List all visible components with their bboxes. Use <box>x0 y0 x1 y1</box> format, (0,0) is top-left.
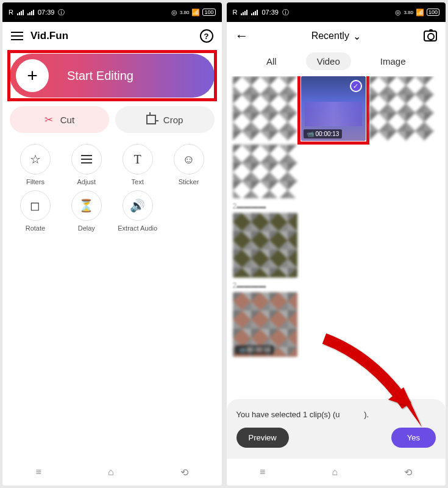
extract-audio-tool[interactable]: 🔊 Extract Audio <box>113 190 162 232</box>
folder-label: Recently <box>311 30 349 41</box>
smile-icon: ☺ <box>174 144 204 174</box>
recent-icon[interactable]: ≡ <box>36 467 41 478</box>
app-title: Vid.Fun <box>30 30 193 42</box>
start-editing-label: Start Editing <box>67 69 133 83</box>
sticker-tool[interactable]: ☺ Sticker <box>165 144 213 185</box>
speaker-icon: 🔊 <box>123 190 153 221</box>
status-bar: R 07:39 ⓘ ◎3.80📶 100 <box>2 2 222 22</box>
video-thumb[interactable] <box>233 213 297 278</box>
adjust-tool[interactable]: Adjust <box>62 144 111 185</box>
rotate-icon: ◻ <box>20 190 51 221</box>
video-thumb-selected[interactable]: ✓ 📹 00:00:13 <box>301 76 366 141</box>
status-time: 07:39 <box>38 9 55 16</box>
crop-label: Crop <box>163 115 183 125</box>
phone-left: R 07:39 ⓘ ◎3.80📶 100 Vid.Fun ? + Start E… <box>2 2 222 486</box>
recent-icon[interactable]: ≡ <box>260 467 265 478</box>
filters-tool[interactable]: ☆ Filters <box>11 144 60 185</box>
home-icon[interactable]: ⌂ <box>332 467 338 478</box>
camera-icon[interactable] <box>424 30 437 41</box>
check-icon: ✓ <box>350 80 362 92</box>
preview-button[interactable]: Preview <box>236 428 289 448</box>
cut-label: Cut <box>60 115 74 125</box>
start-editing-wrapper: + Start Editing <box>10 54 215 98</box>
home-icon[interactable]: ⌂ <box>108 467 114 478</box>
tool-grid: ☆ Filters Adjust T Text ☺ Sticker ◻ Rota… <box>2 133 222 243</box>
phone-right: R 07:39 ⓘ ◎3.80📶 100 ← Recently ⌄ All Vi… <box>227 2 446 486</box>
scissor-icon: ✂ <box>44 113 53 126</box>
crop-icon <box>146 115 156 124</box>
cut-button[interactable]: ✂ Cut <box>10 106 109 133</box>
help-icon[interactable]: ? <box>200 29 213 43</box>
crop-button[interactable]: Crop <box>115 106 215 133</box>
text-icon: T <box>123 144 153 174</box>
date-label: 2▬▬▬▬ <box>233 202 440 210</box>
plus-icon: + <box>16 59 49 92</box>
back-arrow-icon[interactable]: ← <box>235 28 249 44</box>
selection-sheet: You have selected 1 clip(s) (u ). Previe… <box>227 399 446 459</box>
battery-icon: 100 <box>202 9 215 16</box>
video-thumb[interactable]: 📹 00:00:16 <box>233 292 297 357</box>
media-tabs: All Video Image <box>227 50 446 76</box>
yes-button[interactable]: Yes <box>391 428 436 448</box>
back-icon[interactable]: ⟲ <box>404 467 412 478</box>
duration-badge: 📹 00:00:13 <box>304 129 343 138</box>
picker-header: ← Recently ⌄ <box>227 22 446 50</box>
chevron-down-icon: ⌄ <box>353 30 361 42</box>
star-icon: ☆ <box>20 144 51 174</box>
date-label: 2▬▬▬▬ <box>233 281 440 290</box>
android-nav: ≡ ⌂ ⟲ <box>2 459 222 486</box>
selection-text: You have selected 1 clip(s) (u ). <box>236 410 436 419</box>
status-bar: R 07:39 ⓘ ◎3.80📶 100 <box>227 2 446 22</box>
menu-icon[interactable] <box>11 32 23 40</box>
back-icon[interactable]: ⟲ <box>180 467 188 478</box>
start-editing-button[interactable]: + Start Editing <box>10 54 215 98</box>
android-nav: ≡ ⌂ ⟲ <box>227 459 446 486</box>
tab-video[interactable]: Video <box>306 52 351 70</box>
delay-tool[interactable]: ⏳ Delay <box>62 190 111 232</box>
adjust-icon <box>71 144 102 174</box>
text-tool[interactable]: T Text <box>113 144 162 185</box>
video-thumb[interactable] <box>369 76 434 141</box>
tab-all[interactable]: All <box>255 52 288 70</box>
hourglass-icon: ⏳ <box>71 190 102 221</box>
folder-selector[interactable]: Recently ⌄ <box>249 30 424 42</box>
quick-actions: ✂ Cut Crop <box>2 106 222 133</box>
rotate-tool[interactable]: ◻ Rotate <box>11 190 60 232</box>
app-header: Vid.Fun ? <box>2 22 222 50</box>
video-thumb[interactable] <box>233 76 297 141</box>
video-thumb[interactable] <box>233 145 297 198</box>
tab-image[interactable]: Image <box>369 52 417 70</box>
